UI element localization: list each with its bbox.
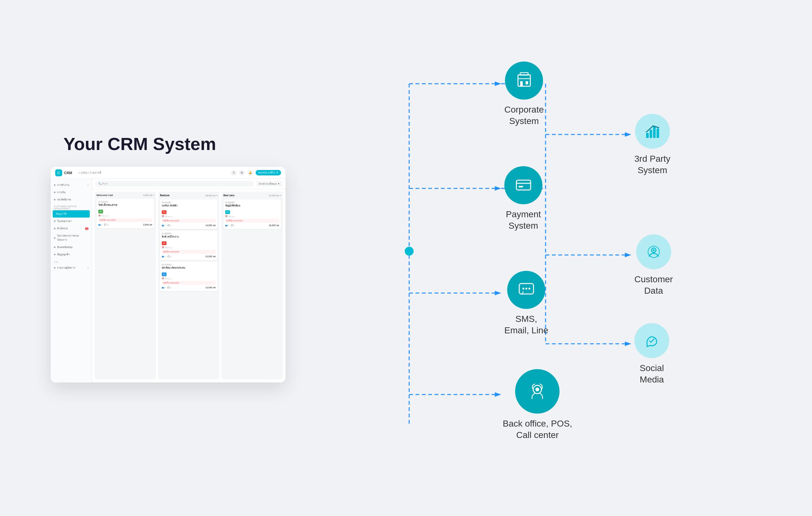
card-badge: ส่ง (162, 241, 167, 245)
svg-rect-19 (518, 75, 530, 86)
kanban-card: ID 385587 สิงค์ เสน์โกเกาะ ส่ง 📅 เช็ค 16… (160, 231, 218, 260)
card-date: 📅 เช็ค 9 น (162, 277, 216, 280)
card-badge: ส่ง (225, 210, 230, 214)
card-badge: ส่ง (162, 273, 167, 276)
sidebar-section-csm: Customer Service Management (51, 203, 92, 210)
breadcrumb: < CRM / รายการนี้ (78, 171, 231, 175)
sidebar-item-finance[interactable]: การเงิน (51, 189, 92, 196)
customer-data-label: CustomerData (634, 274, 673, 297)
grid-icon: ⊞ (239, 170, 245, 176)
node-social-media: SocialMedia (634, 323, 669, 386)
card-deadline: วันที่เช็ค 10/03/2567 (162, 281, 216, 285)
left-section: Your CRM System C CRM < CRM / รายการนี้ … (25, 134, 311, 382)
col-title: ติดต่อลด (160, 194, 169, 198)
card-badge: ส่ง (98, 210, 103, 213)
card-badge: ส่ง (162, 210, 167, 214)
svg-rect-24 (516, 180, 531, 190)
sidebar-item-report[interactable]: รายงานผู้จัดการ › (51, 264, 92, 271)
card-id: ID 079432 (162, 263, 216, 266)
card-footer: 👥 0💬 4 22,000 บท (225, 224, 279, 227)
sms-icon (507, 271, 545, 309)
svg-point-39 (653, 249, 655, 251)
svg-marker-14 (625, 342, 631, 346)
card-footer: 👥 5💬 4 12,000 บท (162, 286, 216, 289)
main-container: Your CRM System C CRM < CRM / รายการนี้ … (25, 20, 787, 496)
card-stats: 👥 5💬 4 (162, 286, 171, 289)
card-amount: 2,000 บท (143, 223, 152, 226)
card-date: 📅 เช็ค 20 น (98, 214, 152, 218)
card-stats: 👥 0💬 2 (162, 224, 171, 226)
search-bar: 🔍 ค้นหา ☰ หน้าจากทั้งหมด ▼ (92, 179, 286, 189)
col-header-welcome: Welcome Call 4,000 บท ≡ (96, 194, 154, 197)
customer-data-icon (636, 234, 671, 269)
social-media-label: SocialMedia (640, 363, 664, 386)
sidebar-section-sale: ขาย (51, 258, 92, 264)
kanban-col-followup: ติดตามผล 22,000 บท ≡ ID 956987 ขัญญ์ พีพ… (222, 192, 283, 379)
page-title: Your CRM System (63, 134, 216, 154)
node-corporate: CorporateSystem (504, 61, 544, 127)
node-sms: SMS,Email, Line (504, 271, 548, 337)
sidebar-item-opportunity[interactable]: โอกาสทางการขาย/โครงการ (51, 232, 92, 243)
filter-button[interactable]: ☰ หน้าจากทั้งหมด ▼ (256, 181, 282, 187)
card-footer: 👥 4💬 12 2,000 บท (98, 223, 152, 226)
sidebar-item-order[interactable]: คำสั่งขาย 3 (51, 225, 92, 232)
crm-logo: C (55, 169, 62, 176)
sidebar-item-email[interactable]: อีเมลสนับสนุน (51, 243, 92, 251)
kanban-col-contact: ติดต่อลด 48,000 บท ≡ ID 641587 บงก๊อก สิ… (158, 192, 220, 379)
card-stats: 👥 2💬 8 (162, 255, 171, 258)
card-stats: 👥 4💬 12 (98, 224, 109, 226)
card-name: นักเรียน เกิดแก่ประสบ (162, 266, 216, 269)
card-id: ID 385587 (162, 232, 216, 235)
svg-point-29 (525, 288, 527, 290)
clock-icon: ⏱ (231, 170, 237, 176)
sms-label: SMS,Email, Line (504, 313, 548, 337)
node-backoffice: Back office, POS,Call center (503, 369, 572, 441)
center-dot (405, 247, 414, 256)
card-footer: 👥 0💬 2 14,500 บท (162, 224, 216, 227)
svg-marker-4 (495, 186, 501, 191)
mockup-sidebar: การทำงาน › การเงิน ประสิทธิภาพ Customer … (51, 179, 92, 382)
card-name: ขัญญ์ พีพีเดือน (225, 204, 279, 207)
sidebar-item-customer[interactable]: ข้อมูลลูกค้า (51, 251, 92, 258)
card-amount: 12,000 บท (206, 286, 216, 289)
svg-rect-36 (657, 128, 659, 138)
kanban-card: ID 079432 นักเรียน เกิดแก่ประสบ ส่ง 📅 เช… (160, 262, 218, 291)
header-icons: ⏱ ⊞ 🔔 สมเลขน จงทีวิก ▼ (231, 170, 281, 176)
third-party-label: 3rd PartySystem (634, 153, 670, 176)
corporate-icon (505, 61, 543, 99)
col-header-contact: ติดต่อลด 48,000 บท ≡ (160, 194, 218, 198)
svg-marker-8 (495, 291, 501, 295)
bell-icon: 🔔 (248, 170, 253, 176)
sidebar-item-quote[interactable]: ใบเสนอราคา (51, 218, 92, 225)
sidebar-item-contract[interactable]: สัญญาให้ (53, 210, 90, 218)
svg-marker-6 (495, 392, 501, 397)
svg-marker-10 (625, 132, 631, 137)
col-amount: 48,000 บท ≡ (206, 194, 218, 197)
backoffice-icon (515, 369, 559, 413)
card-id: ID 641587 (162, 201, 216, 204)
kanban-card: ID 525476 วิทย์ เด็กชนะสรวล ส่ง 📅 เช็ค 2… (96, 199, 154, 228)
kanban-card: ID 956987 ขัญญ์ พีพีเดือน ส่ง 📅 เช็ค 9 น… (223, 199, 281, 229)
third-party-icon (635, 114, 670, 149)
col-amount: 4,000 บท ≡ (143, 194, 154, 197)
user-badge[interactable]: สมเลขน จงทีวิก ▼ (256, 170, 281, 175)
search-input[interactable]: 🔍 ค้นหา (95, 181, 254, 187)
svg-rect-35 (653, 126, 656, 138)
mockup-header: C CRM < CRM / รายการนี้ ⏱ ⊞ 🔔 สมเลขน จงท… (51, 167, 286, 179)
card-name: วิทย์ เด็กชนะสรวล (98, 203, 152, 207)
col-amount: 22,000 บท ≡ (269, 194, 281, 197)
sidebar-item-work[interactable]: การทำงาน › (51, 181, 92, 189)
svg-rect-23 (526, 81, 528, 84)
svg-point-30 (528, 288, 530, 290)
sidebar-item-perf[interactable]: ประสิทธิภาพ (51, 196, 92, 203)
kanban-card: ID 641587 บงก๊อก สิงห์คำ ส่ง 📅 เช็ค 20 น… (160, 199, 218, 229)
payment-icon (504, 166, 542, 204)
col-title: ติดตามผล (223, 194, 234, 198)
card-deadline: วันที่เช็ค 12/01/2567 (98, 218, 152, 222)
backoffice-label: Back office, POS,Call center (503, 418, 572, 441)
card-date: 📅 เช็ค 20 น (162, 215, 216, 218)
card-deadline: วันที่เช็ค 31/02/2567 (225, 219, 279, 223)
svg-rect-26 (519, 186, 523, 188)
mockup-body: การทำงาน › การเงิน ประสิทธิภาพ Customer … (51, 179, 286, 382)
col-title: Welcome Call (96, 194, 113, 197)
